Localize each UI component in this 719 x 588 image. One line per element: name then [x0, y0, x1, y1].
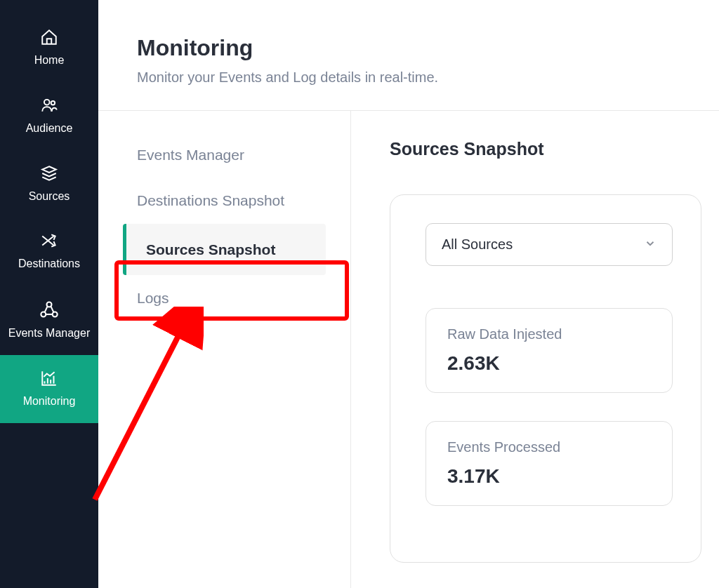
- page-header: Monitoring Monitor your Events and Log d…: [98, 0, 719, 111]
- destinations-icon: [39, 232, 59, 250]
- home-icon: [40, 28, 58, 46]
- sidebar-item-label: Events Manager: [8, 326, 91, 341]
- sidebar-item-label: Monitoring: [23, 394, 76, 409]
- sidebar-item-audience[interactable]: Audience: [0, 82, 98, 150]
- svg-point-3: [41, 312, 46, 317]
- chevron-down-icon: [644, 237, 657, 253]
- subnav-item-logs[interactable]: Logs: [137, 275, 326, 321]
- sidebar: Home Audience Sources: [0, 0, 98, 588]
- content-area: Events Manager Destinations Snapshot Sou…: [98, 111, 719, 588]
- sources-icon: [40, 164, 58, 182]
- audience-icon: [39, 96, 59, 114]
- page-subtitle: Monitor your Events and Log details in r…: [137, 69, 680, 86]
- stat-value: 3.17K: [447, 465, 651, 488]
- sidebar-item-home[interactable]: Home: [0, 14, 98, 82]
- svg-point-4: [53, 312, 58, 317]
- stat-label: Events Processed: [447, 439, 651, 455]
- stat-card-raw-data: Raw Data Injested 2.63K: [426, 308, 673, 393]
- sidebar-item-label: Home: [34, 53, 65, 68]
- sidebar-item-label: Audience: [26, 121, 73, 136]
- stat-value: 2.63K: [447, 352, 651, 375]
- dropdown-label: All Sources: [442, 236, 513, 253]
- details-card: All Sources Raw Data Injested 2.63K Even…: [390, 194, 701, 563]
- page-title: Monitoring: [137, 35, 680, 61]
- sources-dropdown[interactable]: All Sources: [426, 223, 673, 266]
- main-content: Monitoring Monitor your Events and Log d…: [98, 0, 719, 588]
- sidebar-item-sources[interactable]: Sources: [0, 150, 98, 218]
- details-title: Sources Snapshot: [390, 139, 701, 159]
- subnav-item-destinations-snapshot[interactable]: Destinations Snapshot: [137, 178, 326, 223]
- sidebar-item-label: Destinations: [18, 257, 80, 272]
- sidebar-item-monitoring[interactable]: Monitoring: [0, 355, 98, 423]
- details-panel: Sources Snapshot All Sources Raw Data In…: [351, 111, 719, 588]
- sidebar-item-label: Sources: [29, 189, 70, 204]
- subnav-item-sources-snapshot[interactable]: Sources Snapshot: [123, 224, 326, 275]
- subnav-item-events-manager[interactable]: Events Manager: [137, 132, 326, 178]
- stat-card-events-processed: Events Processed 3.17K: [426, 421, 673, 506]
- stat-label: Raw Data Injested: [447, 326, 651, 342]
- monitoring-icon: [39, 369, 59, 387]
- svg-point-0: [44, 100, 50, 105]
- sidebar-item-destinations[interactable]: Destinations: [0, 218, 98, 286]
- events-manager-icon: [39, 300, 59, 319]
- subnav: Events Manager Destinations Snapshot Sou…: [98, 111, 351, 588]
- sidebar-item-events-manager[interactable]: Events Manager: [0, 286, 98, 355]
- svg-point-1: [51, 101, 55, 105]
